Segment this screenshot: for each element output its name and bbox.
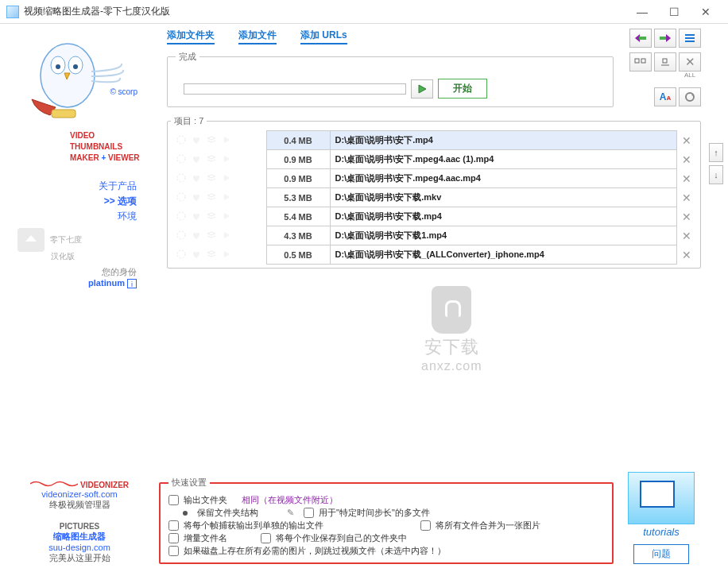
layers-icon[interactable] [206,153,219,166]
adjust-button[interactable] [654,52,676,72]
options-link[interactable]: >> 选项 [6,195,137,208]
add-file-link[interactable]: 添加文件 [238,29,277,44]
remove-all-button[interactable]: ✕ [679,52,701,72]
play-row-icon[interactable] [221,191,234,204]
add-urls-link[interactable]: 添加 URLs [300,29,347,44]
svg-rect-11 [635,59,639,63]
brand-text: VIDEO THUMBNAILS MAKER + VIEWER [6,130,153,164]
move-down-button[interactable]: ↓ [709,165,723,184]
delete-row-icon[interactable]: ✕ [682,191,691,204]
play-row-icon[interactable] [221,230,234,242]
heart-icon[interactable] [191,172,203,185]
heart-icon[interactable] [191,134,203,147]
file-size: 4.3 MB [266,226,330,245]
heart-icon[interactable] [191,249,203,261]
file-size: 0.9 MB [266,169,330,188]
table-row[interactable]: 4.3 MBD:\桌面\说明书\安下载1.mp4✕ [171,226,697,245]
heart-icon[interactable] [191,230,203,242]
bullet-icon [183,511,188,516]
time-step-checkbox[interactable] [304,508,314,518]
frame-to-file-checkbox[interactable] [168,520,179,531]
about-link[interactable]: 关于产品 [6,180,137,193]
table-row[interactable]: 0.9 MBD:\桌面\说明书\安下.mpeg4.aac (1).mp4✕ [171,150,697,169]
pencil-icon[interactable]: ✎ [287,508,294,518]
svg-rect-7 [660,37,667,40]
layers-icon[interactable] [206,211,219,223]
save-own-dir-label: 将每个作业保存到自己的文件夹中 [276,532,407,544]
identity: 您的身份 platinum i [6,266,153,288]
file-path: D:\桌面\说明书\安下.mp4 [330,131,676,150]
delete-row-icon[interactable]: ✕ [682,230,691,242]
play-row-icon[interactable] [221,134,234,147]
maximize-button[interactable]: ☐ [658,0,690,24]
videonizer-link[interactable]: videonizer-soft.com [6,489,153,499]
info-icon[interactable]: i [127,279,137,288]
caption-box: 零下七度 汉化版 [17,228,153,261]
table-row[interactable]: 5.4 MBD:\桌面\说明书\安下载.mp4✕ [171,207,697,226]
delete-row-icon[interactable]: ✕ [682,134,691,147]
row-icons [171,245,266,265]
svg-rect-13 [663,59,667,63]
status-icon [176,249,188,261]
status-icon [176,230,188,242]
output-folder-label: 输出文件夹 [184,494,227,506]
merge-one-label: 将所有文件合并为一张图片 [436,520,540,531]
play-row-icon[interactable] [221,249,234,261]
table-row[interactable]: 5.3 MBD:\桌面\说明书\安下载.mkv✕ [171,188,697,207]
table-row[interactable]: 0.4 MBD:\桌面\说明书\安下.mp4✕ [171,131,697,150]
frame-to-file-label: 将每个帧捕获输出到单独的输出文件 [184,520,323,531]
heart-icon[interactable] [191,153,203,166]
table-row[interactable]: 0.9 MBD:\桌面\说明书\安下.mpeg4.aac.mp4✕ [171,169,697,188]
save-own-dir-checkbox[interactable] [261,533,271,543]
top-links: 添加文件夹 添加文件 添加 URLs [167,29,701,44]
window-title: 视频缩略图生成器-零下七度汉化版 [24,5,626,18]
heart-icon[interactable] [191,211,203,223]
play-row-icon[interactable] [221,211,234,223]
arrow-left-button[interactable] [629,29,652,48]
arrow-right-button[interactable] [654,29,676,48]
layers-icon[interactable] [206,134,219,147]
env-link[interactable]: 环境 [6,210,137,223]
delete-row-icon[interactable]: ✕ [682,249,691,261]
skip-existing-checkbox[interactable] [168,546,179,556]
suu-link[interactable]: suu-design.com [6,543,153,552]
videonizer-title: VIDEONIZER [80,481,129,489]
minimize-button[interactable]: — [626,0,658,24]
delete-row-icon[interactable]: ✕ [682,211,691,223]
question-button[interactable]: 问题 [633,544,689,564]
file-path: D:\桌面\说明书\安下载1.mp4 [330,226,676,245]
start-button[interactable]: 开始 [438,79,487,99]
play-row-icon[interactable] [221,172,234,185]
play-button[interactable] [411,79,433,99]
layers-icon[interactable] [206,191,219,204]
list-button[interactable] [679,29,701,48]
app-icon [6,6,19,18]
items-table: 0.4 MBD:\桌面\说明书\安下.mp4✕ 0.9 MBD:\桌面\说明书\… [171,130,697,265]
heart-icon[interactable] [191,191,203,204]
file-path: D:\桌面\说明书\安下载.mp4 [330,207,676,226]
select-squares-button[interactable] [629,52,652,72]
refresh-button[interactable] [679,87,701,106]
quick-settings: 快速设置 输出文件夹 相同（在视频文件附近） 保留文件夹结构 ✎ 用于"特定时间… [159,477,614,564]
svg-point-20 [177,231,185,239]
layers-icon[interactable] [206,249,219,261]
same-near-label: 相同（在视频文件附近） [242,494,338,506]
row-icons [171,226,266,245]
merge-one-checkbox[interactable] [420,520,431,531]
inc-name-checkbox[interactable] [168,533,179,543]
play-row-icon[interactable] [221,153,234,166]
close-button[interactable]: ✕ [690,0,722,24]
add-folder-link[interactable]: 添加文件夹 [167,29,215,44]
output-folder-checkbox[interactable] [168,495,179,505]
layers-icon[interactable] [206,172,219,185]
file-size: 5.4 MB [266,207,330,226]
delete-row-icon[interactable]: ✕ [682,153,691,166]
table-row[interactable]: 0.5 MBD:\桌面\说明书\安下载_(ALLConverter)_iphon… [171,245,697,265]
file-path: D:\桌面\说明书\安下.mpeg4.aac.mp4 [330,169,676,188]
font-button[interactable]: AA [654,87,676,106]
move-up-button[interactable]: ↑ [709,143,723,162]
tutorials-card[interactable] [628,472,695,524]
layers-icon[interactable] [206,230,219,242]
status-icon [176,191,188,204]
delete-row-icon[interactable]: ✕ [682,172,691,185]
